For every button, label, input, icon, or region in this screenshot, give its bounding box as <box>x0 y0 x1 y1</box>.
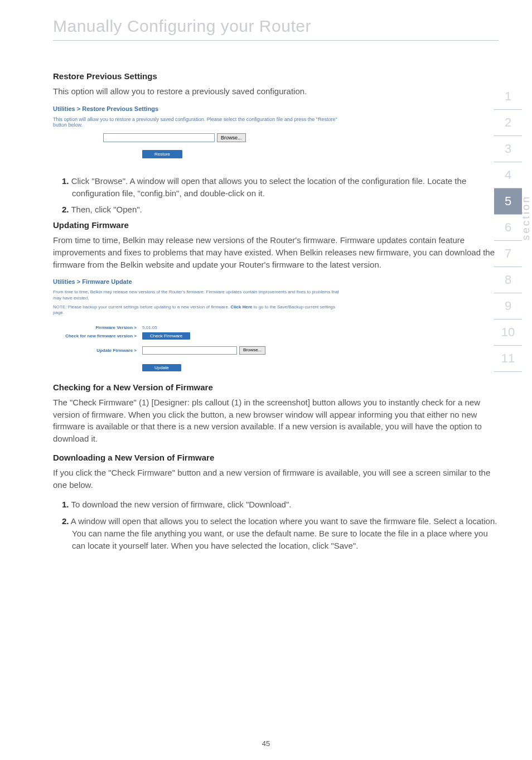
step-number: 1. <box>62 500 69 509</box>
side-nav-item-5[interactable]: 5 <box>494 188 522 215</box>
restore-intro: This option will allow you to restore a … <box>53 85 499 98</box>
restore-mock-title: Utilities > Restore Previous Settings <box>53 105 343 112</box>
chapter-title: Manually Configuring your Router <box>53 0 499 41</box>
side-nav-item-2[interactable]: 2 <box>494 110 522 136</box>
restore-screenshot: Utilities > Restore Previous Settings Th… <box>53 105 343 158</box>
note-text-a: NOTE: Please backup your current setting… <box>53 304 230 309</box>
download-step-2: 2. A window will open that allows you to… <box>53 515 499 551</box>
side-nav-item-1[interactable]: 1 <box>494 84 522 110</box>
fw-version-value: 5.01.05 <box>142 325 157 330</box>
restore-button[interactable]: Restore <box>142 150 182 158</box>
firmware-screenshot: Utilities > Firmware Update From time to… <box>53 278 343 371</box>
restore-step-2: 2. Then, click "Open". <box>53 204 499 216</box>
restore-mock-desc: This option will allow you to restore a … <box>53 117 343 128</box>
check-fw-label: Check for new firmware version > <box>53 333 142 338</box>
checking-text: The "Check Firmware" (1) [Designer: pls … <box>53 396 499 445</box>
step-number: 2. <box>62 516 69 526</box>
step-text: Then, click "Open". <box>69 205 142 214</box>
side-nav-item-7[interactable]: 7 <box>494 241 522 267</box>
side-nav-item-10[interactable]: 10 <box>494 320 522 346</box>
restore-heading: Restore Previous Settings <box>53 71 499 81</box>
step-text: To download the new version of firmware,… <box>69 500 292 509</box>
step-number: 2. <box>62 205 69 214</box>
downloading-intro: If you click the "Check Firmware" button… <box>53 467 499 491</box>
download-step-1: 1. To download the new version of firmwa… <box>53 498 499 511</box>
restore-step-1: 1. Click "Browse". A window will open th… <box>53 175 499 200</box>
side-nav-item-9[interactable]: 9 <box>494 293 522 320</box>
firmware-file-input[interactable] <box>142 346 237 355</box>
firmware-mock-desc2: NOTE: Please backup your current setting… <box>53 304 343 316</box>
click-here-link[interactable]: Click Here <box>230 304 252 309</box>
side-nav-item-11[interactable]: 11 <box>494 346 522 372</box>
firmware-heading: Updating Firmware <box>53 220 499 230</box>
restore-browse-button[interactable]: Browse... <box>217 133 246 142</box>
page-number: 45 <box>0 739 532 748</box>
step-text: Click "Browse". A window will open that … <box>69 176 467 198</box>
step-text: A window will open that allows you to se… <box>69 516 497 550</box>
firmware-browse-button[interactable]: Browse... <box>239 346 265 355</box>
side-nav: 1234567891011 <box>494 84 522 372</box>
update-button[interactable]: Update <box>142 364 181 371</box>
side-nav-item-6[interactable]: 6 <box>494 215 522 241</box>
restore-file-input[interactable] <box>103 133 215 142</box>
downloading-heading: Downloading a New Version of Firmware <box>53 453 499 462</box>
update-fw-label: Update Firmware > <box>53 348 142 353</box>
check-firmware-button[interactable]: Check Firmware <box>142 332 190 340</box>
section-label: section <box>520 195 532 240</box>
firmware-mock-desc1: From time to time, Belkin may release ne… <box>53 289 343 301</box>
firmware-mock-title: Utilities > Firmware Update <box>53 278 343 285</box>
side-nav-item-3[interactable]: 3 <box>494 136 522 162</box>
step-number: 1. <box>62 176 69 186</box>
firmware-intro: From time to time, Belkin may release ne… <box>53 234 499 270</box>
fw-version-label: Firmware Version > <box>53 325 142 330</box>
side-nav-item-8[interactable]: 8 <box>494 267 522 293</box>
side-nav-item-4[interactable]: 4 <box>494 162 522 188</box>
checking-heading: Checking for a New Version of Firmware <box>53 383 499 392</box>
